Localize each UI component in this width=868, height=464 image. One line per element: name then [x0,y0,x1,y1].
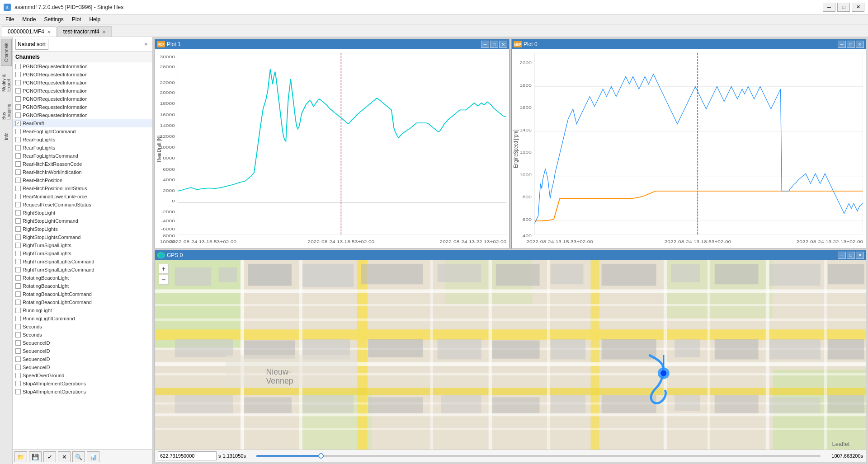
map-zoom-out-btn[interactable]: − [159,275,169,285]
toolbar-clear-btn[interactable]: ✕ [58,451,71,462]
map-controls[interactable]: + − [159,264,169,285]
channel-checkbox[interactable] [15,259,21,264]
plot0-title-bar[interactable]: MDF Plot 0 ─ □ ✕ [512,39,866,49]
sidebar-info-btn[interactable]: Info [1,123,12,150]
channel-item[interactable]: RearHitchPosition [13,176,152,184]
channel-checkbox[interactable] [15,96,21,102]
plot0-close-btn[interactable]: ✕ [856,41,864,48]
plot0-minimize-btn[interactable]: ─ [838,41,846,48]
channel-item[interactable]: RotatingBeaconLight [13,282,152,290]
tab-file2[interactable]: test-tractor.mf4 ✕ [57,26,112,37]
channel-checkbox[interactable] [15,153,21,159]
sidebar-modify-btn[interactable]: Modify & Export [1,67,12,94]
plot1-close-btn[interactable]: ✕ [499,41,507,48]
channel-item[interactable]: RightStopLightsCommand [13,233,152,241]
tab-file1[interactable]: 00000001.MF4 ✕ [2,26,57,37]
channel-item[interactable]: Seconds [13,323,152,331]
maximize-button[interactable]: □ [837,3,850,12]
channel-item[interactable]: RearFogLightsCommand [13,152,152,160]
channel-item[interactable]: RightTurnSignalLightsCommand [13,258,152,266]
channel-item[interactable]: PGNOfRequestedInformation [13,95,152,103]
toolbar-open-btn[interactable]: 📁 [14,451,27,462]
plot0-maximize-btn[interactable]: □ [847,41,855,48]
channel-checkbox[interactable] [15,234,21,240]
channel-checkbox[interactable] [15,324,21,329]
channel-item[interactable]: RotatingBeaconLightCommand [13,298,152,306]
menu-mode[interactable]: Mode [19,15,39,23]
channel-checkbox[interactable] [15,365,21,370]
close-button[interactable]: ✕ [852,3,864,12]
map-zoom-in-btn[interactable]: + [159,264,169,274]
channel-checkbox[interactable] [15,80,21,85]
channel-item[interactable]: RearHitchPositionLimitStatus [13,184,152,192]
menu-file[interactable]: File [2,15,18,23]
channel-checkbox[interactable] [15,283,21,289]
channel-item[interactable]: RotatingBeaconLight [13,274,152,282]
channel-item[interactable]: RightTurnSignalLightsCommand [13,266,152,274]
channel-checkbox[interactable] [15,381,21,386]
channel-item[interactable]: SpeedOverGround [13,371,152,380]
channel-item[interactable]: PGNOfRequestedInformation [13,111,152,119]
sidebar-channels-btn[interactable]: Channels [1,39,12,66]
channel-checkbox[interactable] [15,291,21,297]
channel-checkbox[interactable] [15,202,21,207]
minimize-button[interactable]: ─ [823,3,835,12]
channel-checkbox[interactable] [15,348,21,354]
channel-item[interactable]: Seconds [13,331,152,339]
channel-checkbox[interactable] [15,373,21,378]
channel-item[interactable]: PGNOfRequestedInformation [13,70,152,79]
channel-checkbox[interactable] [15,340,21,346]
channel-item[interactable]: PGNOfRequestedInformation [13,103,152,111]
gps-controls[interactable]: ─ □ ✕ [838,252,864,259]
plot1-controls[interactable]: ─ □ ✕ [481,41,507,48]
gps-close-btn[interactable]: ✕ [856,252,864,259]
toolbar-chart-btn[interactable]: 📊 [87,451,99,462]
toolbar-check-btn[interactable]: ✓ [43,451,56,462]
channel-checkbox[interactable] [15,275,21,281]
channel-item[interactable]: SequenceID [13,363,152,371]
channel-item[interactable]: RotatingBeaconLightCommand [13,290,152,298]
channel-checkbox[interactable] [15,88,21,94]
menu-settings[interactable]: Settings [40,15,67,23]
channel-item[interactable]: RearHitchExitReasonCode [13,160,152,168]
plot1-title-bar[interactable]: MDF Plot 1 ─ □ ✕ [155,39,509,49]
channel-checkbox[interactable] [15,226,21,232]
gps-slider-thumb[interactable] [318,453,324,459]
sort-dropdown-wrapper[interactable]: Natural sort [15,39,150,50]
channel-checkbox[interactable] [15,121,21,126]
gps-time-input[interactable] [158,451,217,460]
channel-item[interactable]: SequenceID [13,347,152,355]
channel-item[interactable]: RearDraft [13,119,152,127]
channel-item[interactable]: RequestResetCommandStatus [13,201,152,209]
channel-item[interactable]: RearFogLights [13,144,152,152]
channel-checkbox[interactable] [15,243,21,248]
channel-item[interactable]: RightStopLight [13,209,152,217]
menu-help[interactable]: Help [85,15,104,23]
sort-dropdown[interactable]: Natural sort [15,39,48,50]
channel-item[interactable]: RearNominalLowerLinkForce [13,192,152,201]
tab-file1-close[interactable]: ✕ [47,29,51,34]
channel-item[interactable]: RunningLight [13,306,152,314]
toolbar-save-btn[interactable]: 💾 [29,451,42,462]
channel-item[interactable]: RearFogLights [13,136,152,144]
menu-plot[interactable]: Plot [68,15,85,23]
gps-title-bar[interactable]: 🌐 GPS 0 ─ □ ✕ [155,250,866,260]
channels-list[interactable]: PGNOfRequestedInformationPGNOfRequestedI… [13,62,152,449]
channel-item[interactable]: PGNOfRequestedInformation [13,62,152,70]
channel-checkbox[interactable] [15,308,21,313]
channel-item[interactable]: RearHitchInWorkIndication [13,168,152,176]
channel-item[interactable]: RunningLightCommand [13,314,152,323]
channel-checkbox[interactable] [15,316,21,321]
window-controls[interactable]: ─ □ ✕ [823,3,864,12]
channel-item[interactable]: PGNOfRequestedInformation [13,87,152,95]
channel-item[interactable]: StopAllImplementOperations [13,380,152,388]
channel-checkbox[interactable] [15,332,21,337]
channel-checkbox[interactable] [15,72,21,77]
channel-item[interactable]: RearFogLightCommand [13,127,152,136]
channel-checkbox[interactable] [15,186,21,191]
channel-checkbox[interactable] [15,210,21,216]
tab-file2-close[interactable]: ✕ [102,29,106,34]
channel-checkbox[interactable] [15,169,21,175]
sidebar-bus-btn[interactable]: Bus Logging [1,95,12,122]
channel-item[interactable]: RightStopLightCommand [13,217,152,225]
